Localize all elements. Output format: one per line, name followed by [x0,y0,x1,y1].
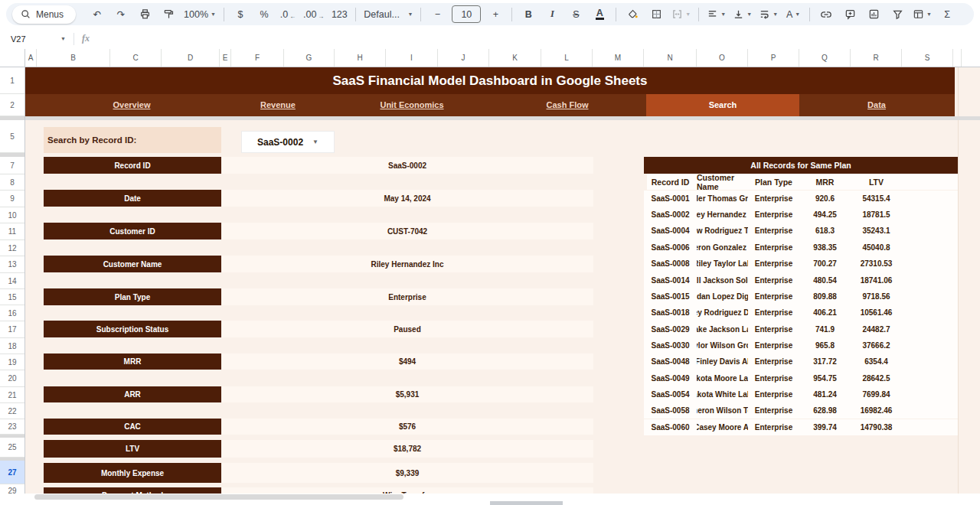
table-row-saas-0018[interactable]: SaaS-0018ey Rodriguez DiEnterprise406.21… [644,305,958,321]
column-header-l[interactable]: L [541,49,593,67]
table-row-saas-0029[interactable]: SaaS-0029ake Jackson LaEnterprise741.924… [644,321,958,337]
field-label-monthly-expense[interactable]: Monthly Expense [44,463,221,483]
tab-overview[interactable]: Overview [78,94,185,116]
table-cell[interactable]: rdan Lopez Digi [697,288,748,305]
select-all-corner[interactable] [0,49,25,67]
table-cell[interactable]: akota Moore Lab [697,370,748,386]
field-label-ltv[interactable]: LTV [44,440,221,458]
field-value-cac[interactable]: $576 [221,419,593,435]
table-row-saas-0014[interactable]: SaaS-0014all Jackson SoluEnterprise480.5… [644,272,958,288]
table-row-saas-0030[interactable]: SaaS-0030ylor Wilson GroEnterprise965.83… [644,337,958,354]
table-cell[interactable]: 6354.4 [851,354,902,370]
table-cell[interactable]: akota White Lab [697,386,748,402]
field-value-date[interactable]: May 14, 2024 [221,190,593,207]
column-header-o[interactable]: O [697,49,748,67]
font-size-input[interactable]: 10 [452,5,481,23]
table-cell[interactable]: 28642.5 [851,370,902,386]
column-header-f[interactable]: F [231,49,284,67]
table-cell[interactable]: 24482.7 [851,321,902,337]
table-cell[interactable]: 700.27 [799,256,851,272]
table-row-saas-0054[interactable]: SaaS-0054akota White LabEnterprise481.24… [644,386,958,402]
table-cell[interactable]: SaaS-0030 [644,337,697,354]
table-cell[interactable]: 14790.38 [851,419,902,435]
table-cell[interactable]: Enterprise [748,321,799,337]
table-cell[interactable]: 920.6 [799,191,851,207]
text-rotation-button[interactable]: A▼ [782,5,805,24]
table-cell[interactable]: 27310.53 [851,256,902,272]
table-cell[interactable]: ew Rodriguez Te [697,223,748,239]
table-cell[interactable]: yler Thomas Gro [697,191,748,207]
table-cell[interactable]: SaaS-0014 [644,272,697,288]
insert-link-button[interactable] [815,5,838,24]
table-cell[interactable]: Enterprise [748,305,799,321]
table-cell[interactable]: all Jackson Solu [697,272,748,288]
table-cell[interactable]: SaaS-0054 [644,386,697,402]
table-cell[interactable]: 809.88 [799,288,851,305]
fill-color-button[interactable] [621,5,644,24]
borders-button[interactable] [645,5,668,24]
column-header-a[interactable]: A [25,49,37,67]
table-cell[interactable]: 18781.5 [851,207,902,223]
table-cell[interactable]: eron Gonzalez I [697,239,748,256]
table-cell[interactable]: Enterprise [748,191,799,207]
field-label-cac[interactable]: CAC [44,419,221,435]
column-header-c[interactable]: C [110,49,162,67]
table-row-saas-0002[interactable]: SaaS-0002ley Hernandez IEnterprise494.25… [644,207,958,223]
field-label-customer-id[interactable]: Customer ID [44,223,221,239]
table-cell[interactable]: SaaS-0008 [644,256,697,272]
format-percent-button[interactable]: % [253,5,276,24]
vertical-align-button[interactable]: ▼ [730,5,755,24]
column-header-e[interactable]: E [220,49,231,67]
table-views-button[interactable]: ▼ [910,5,935,24]
field-label-plan-type[interactable]: Plan Type [44,288,221,305]
bold-button[interactable]: B [517,5,540,24]
table-row-saas-0006[interactable]: SaaS-0006eron Gonzalez IEnterprise938.35… [644,239,958,256]
field-value-subscription-status[interactable]: Paused [221,321,593,337]
column-header-p[interactable]: P [748,49,799,67]
table-cell[interactable]: SaaS-0002 [644,207,697,223]
column-header-i[interactable]: I [386,49,438,67]
table-cell[interactable]: Enterprise [748,337,799,354]
table-cell[interactable]: 45040.8 [851,239,902,256]
table-cell[interactable]: 618.3 [799,223,851,239]
increase-decimal-button[interactable]: .00→ [300,5,327,24]
table-row-saas-0060[interactable]: SaaS-0060Casey Moore AlEnterprise399.741… [644,419,958,435]
font-select[interactable]: Defaul...▼ [361,5,416,24]
insert-chart-button[interactable] [862,5,885,24]
column-header-b[interactable]: B [37,49,110,67]
increase-font-size-button[interactable]: + [484,5,507,24]
field-label-subscription-status[interactable]: Subscription Status [44,321,221,337]
table-cell[interactable]: Enterprise [748,370,799,386]
field-value-customer-name[interactable]: Riley Hernandez Inc [221,256,593,272]
table-cell[interactable]: ey Rodriguez Di [697,305,748,321]
decrease-decimal-button[interactable]: .0← [276,5,299,24]
field-label-record-id[interactable]: Record ID [44,157,221,174]
table-cell[interactable]: Finley Davis Al [697,354,748,370]
table-row-saas-0048[interactable]: SaaS-0048Finley Davis AlEnterprise317.72… [644,354,958,370]
table-cell[interactable]: SaaS-0004 [644,223,697,239]
redo-button[interactable]: ↷ [109,5,132,24]
horizontal-scrollbar[interactable] [0,494,980,500]
table-cell[interactable]: 481.24 [799,386,851,402]
field-value-mrr[interactable]: $494 [221,354,593,370]
field-label-customer-name[interactable]: Customer Name [44,256,221,272]
column-header[interactable] [953,49,962,67]
table-cell[interactable]: SaaS-0018 [644,305,697,321]
table-cell[interactable]: SaaS-0029 [644,321,697,337]
table-cell[interactable]: 18741.06 [851,272,902,288]
table-cell[interactable]: Riley Taylor Lab [697,256,748,272]
italic-button[interactable]: I [541,5,564,24]
column-header-h[interactable]: H [335,49,386,67]
table-cell[interactable]: neron Wilson Te [697,402,748,419]
tab-search[interactable]: Search [646,94,799,116]
merge-cells-button[interactable]: ▼ [668,5,694,24]
column-header-j[interactable]: J [438,49,489,67]
column-header-k[interactable]: K [489,49,541,67]
field-value-arr[interactable]: $5,931 [221,386,593,402]
field-value-payment-method[interactable]: Wire Transfer [221,487,593,494]
table-cell[interactable]: Enterprise [748,207,799,223]
table-cell[interactable]: 7699.84 [851,386,902,402]
table-cell[interactable]: SaaS-0015 [644,288,697,305]
table-cell[interactable]: ylor Wilson Gro [697,337,748,354]
table-cell[interactable]: 54315.4 [851,191,902,207]
